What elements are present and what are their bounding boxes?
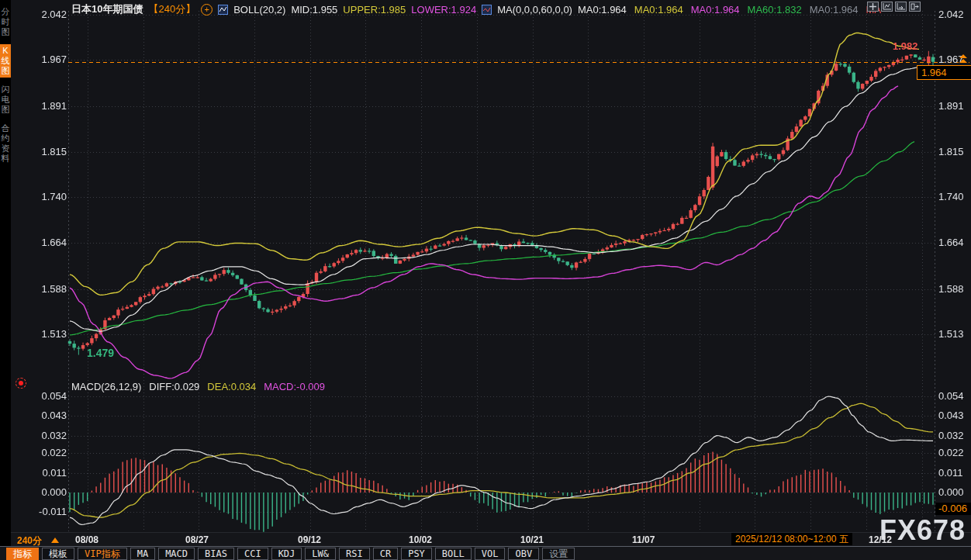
zoom-x-axis-icon[interactable]: [881, 2, 893, 12]
ma-value-1: MA0:1.964: [634, 4, 683, 16]
zoom-y-axis-icon[interactable]: [895, 2, 907, 12]
date-label: 11/07: [632, 534, 655, 545]
toolbar-button-6[interactable]: CCI: [237, 548, 268, 560]
sidebar-item-1[interactable]: K线图: [0, 44, 11, 78]
right-axis-label: 0.054: [938, 390, 964, 402]
indicator-toolbar: 指标模板VIP指标MAMACDBIASCCIKDJLW&RSICRPSYBOLL…: [0, 546, 971, 560]
macd-header: MACD(26,12,9) DIFF:0.029 DEA:0.034 MACD:…: [71, 381, 325, 392]
right-axis-label: 1.513: [938, 328, 964, 340]
ma-value-2: MA0:1.964: [691, 4, 740, 16]
right-axis-label: 0.022: [938, 447, 964, 458]
sidebar-item-2[interactable]: 闪电图: [0, 83, 11, 116]
interval-caret-icon[interactable]: [51, 538, 59, 543]
left-axis-label: 1.815: [23, 146, 67, 157]
last-price-tag: 1.964: [917, 65, 971, 80]
left-axis-label: 1.588: [23, 283, 67, 295]
right-axis-label: 1.664: [938, 237, 964, 248]
ma-values: MA0:1.964MA0:1.964MA0:1.964MA60:1.832MA0…: [578, 4, 881, 16]
ma-label: MA(0,0,0,60,0,0): [497, 4, 572, 16]
right-axis-label: 0.032: [938, 430, 964, 441]
toolbar-button-13[interactable]: VOL: [475, 548, 506, 560]
date-label: 10/21: [520, 534, 544, 545]
date-label: 09/12: [298, 534, 321, 545]
bar-tooltip: 2025/12/12 08:00~12:00 五: [731, 533, 852, 545]
toolbar-button-10[interactable]: CR: [373, 548, 398, 560]
chart-canvas[interactable]: [0, 0, 971, 560]
left-axis-label: 0.000: [23, 486, 67, 498]
toolbar-button-2[interactable]: VIP指标: [78, 548, 127, 560]
watermark: FX678: [879, 514, 966, 547]
left-axis-label: 0.022: [23, 447, 67, 458]
boll-upper-value: UPPER:1.985: [343, 4, 406, 16]
right-axis-label: 2.042: [938, 9, 964, 20]
macd-value: MACD:-0.009: [264, 381, 325, 392]
right-axis-label: 0.000: [938, 486, 964, 498]
boll-lower-value: LOWER:1.924: [411, 4, 476, 16]
left-axis-label: 0.043: [23, 410, 67, 421]
toolbar-button-4[interactable]: MACD: [158, 548, 195, 560]
toolbar-button-14[interactable]: OBV: [508, 548, 539, 560]
right-axis-label: 0.011: [938, 467, 963, 479]
right-axis-label: 1.588: [938, 283, 964, 295]
left-axis-label: 2.042: [23, 9, 67, 20]
date-label-last: 12/12: [869, 534, 892, 545]
date-label: 08/08: [75, 534, 98, 545]
dea-value: DEA:0.034: [207, 381, 256, 392]
toolbar-button-3[interactable]: MA: [130, 548, 155, 560]
toolbar-button-0[interactable]: 指标: [6, 548, 39, 560]
ma-value-4: MA0:1.964: [810, 4, 859, 16]
toolbar-button-12[interactable]: BOLL: [435, 548, 472, 560]
toolbar-button-11[interactable]: PSY: [401, 548, 432, 560]
left-axis-label: 1.967: [23, 54, 67, 65]
app-window: 分时图K线图闪电图合约资料 日本10年期国债 【240分】 + BOLL(20,…: [0, 0, 971, 560]
sidebar: 分时图K线图闪电图合约资料: [0, 0, 11, 546]
left-axis-label: 1.891: [23, 100, 67, 112]
toolbar-button-5[interactable]: BIAS: [198, 548, 234, 560]
right-axis-label: 1.815: [938, 146, 964, 157]
toolbar-button-8[interactable]: LW&: [305, 548, 336, 560]
ma-indicator-icon[interactable]: [482, 5, 492, 15]
scroll-to-latest-icon[interactable]: [959, 54, 967, 64]
macd-params-label: MACD(26,12,9): [71, 381, 141, 392]
diff-value: DIFF:0.029: [149, 381, 199, 392]
sidebar-item-3[interactable]: 合约资料: [0, 122, 11, 165]
sidebar-item-0[interactable]: 分时图: [0, 5, 11, 39]
left-axis-label: -0.011: [23, 506, 67, 517]
left-axis-label: 1.664: [23, 237, 67, 248]
right-axis-label: 1.740: [938, 191, 964, 202]
boll-indicator-icon[interactable]: [218, 5, 228, 15]
right-axis-label: 1.891: [938, 100, 964, 112]
left-axis-label: 0.054: [23, 390, 67, 402]
toolbar-button-1[interactable]: 模板: [42, 548, 74, 560]
interval-label[interactable]: 【240分】: [148, 2, 195, 16]
chart-toolbar-icons: [867, 2, 921, 12]
macd-last-tag: -0.006: [935, 503, 971, 515]
left-axis-label: 0.032: [23, 430, 67, 441]
toolbar-button-15[interactable]: 设置: [542, 548, 575, 560]
pan-icon[interactable]: [867, 2, 879, 12]
high-price-label: 1.982: [893, 40, 918, 52]
pane-expand-icon[interactable]: [909, 2, 921, 12]
add-indicator-icon[interactable]: +: [201, 4, 213, 16]
left-axis-label: 1.740: [23, 191, 67, 202]
left-axis-label: 0.011: [23, 467, 67, 479]
boll-label: BOLL(20,2): [233, 4, 285, 16]
hotspot-icon: [16, 378, 26, 389]
boll-mid-value: MID:1.955: [291, 4, 337, 16]
ma-value-0: MA0:1.964: [578, 4, 627, 16]
symbol-label: 日本10年期国债: [71, 2, 143, 16]
date-label: 08/27: [185, 534, 209, 545]
right-axis-label: 0.043: [938, 410, 964, 421]
chart-header: 日本10年期国债 【240分】 + BOLL(20,2) MID:1.955 U…: [71, 2, 881, 16]
toolbar-button-9[interactable]: RSI: [339, 548, 370, 560]
low-price-label: 1.479: [87, 347, 114, 359]
left-axis-label: 1.513: [23, 328, 67, 340]
date-label: 10/02: [409, 534, 432, 545]
toolbar-button-7[interactable]: KDJ: [271, 548, 302, 560]
ma-value-3: MA60:1.832: [748, 4, 802, 16]
